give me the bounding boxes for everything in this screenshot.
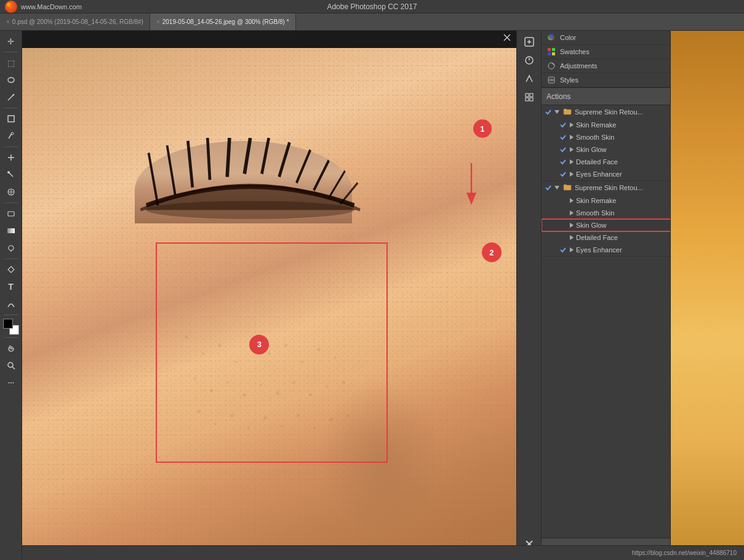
svg-marker-65 xyxy=(466,193,476,205)
eyedropper-tool[interactable] xyxy=(3,128,19,144)
gradient-tool[interactable] xyxy=(3,223,19,239)
tab-psd[interactable]: × 0.psd @ 200% (2019-05-08_14-05-26, RGB… xyxy=(0,14,150,30)
item2-check xyxy=(559,133,567,142)
pen-tool[interactable] xyxy=(3,262,19,278)
toolbar-divider-2 xyxy=(4,108,18,108)
lasso-tool[interactable] xyxy=(3,72,19,88)
svg-rect-14 xyxy=(7,228,15,233)
thumbnail-image xyxy=(671,31,744,545)
foreground-color[interactable] xyxy=(3,319,13,329)
svg-line-18 xyxy=(12,367,15,369)
tab-bar: × 0.psd @ 200% (2019-05-08_14-05-26, RGB… xyxy=(0,14,744,31)
tab-close-2[interactable]: × xyxy=(156,18,160,25)
marquee-tool[interactable]: ⬚ xyxy=(3,55,19,71)
tab-label-1: 0.psd @ 200% (2019-05-08_14-05-26, RGB/8… xyxy=(12,18,143,25)
hand-tool[interactable] xyxy=(3,340,19,356)
svg-rect-83 xyxy=(552,52,555,55)
tab-jpeg[interactable]: × 2019-05-08_14-05-26.jpeg @ 300% (RGB/8… xyxy=(150,14,296,30)
props-btn-3[interactable] xyxy=(521,70,538,87)
marker-3-label: 3 xyxy=(257,340,262,349)
color-label: Color xyxy=(560,34,576,41)
item4-check xyxy=(559,158,567,166)
color-icon xyxy=(546,33,556,42)
clone-tool[interactable] xyxy=(3,184,19,200)
props-panel xyxy=(516,31,541,560)
foreground-background-color[interactable] xyxy=(3,319,19,335)
svg-point-17 xyxy=(8,362,13,367)
svg-point-9 xyxy=(7,171,10,174)
item1-toggle[interactable] xyxy=(567,121,576,129)
eraser-tool[interactable] xyxy=(3,206,19,222)
selection-rectangle xyxy=(156,242,388,463)
toolbar-divider-5 xyxy=(4,258,18,259)
svg-rect-74 xyxy=(530,98,533,101)
toolbar-divider-6 xyxy=(4,314,18,315)
item4-toggle[interactable] xyxy=(567,158,576,166)
status-bar: https://blog.csdn.net/weixin_44886710 xyxy=(0,545,744,560)
props-btn-4[interactable] xyxy=(521,89,538,106)
svg-point-79 xyxy=(549,34,554,39)
menu-bar: www.MacDown.com Adobe Photoshop CC 2017 xyxy=(0,0,744,14)
svg-rect-82 xyxy=(548,52,551,55)
item2-toggle[interactable] xyxy=(567,133,576,142)
heal-tool[interactable] xyxy=(3,150,19,166)
skin-photo: 3 1 2 xyxy=(22,48,516,560)
svg-rect-80 xyxy=(548,48,551,51)
props-btn-2[interactable] xyxy=(521,52,538,69)
canvas-area: 3 1 2 xyxy=(22,31,516,560)
path-tool[interactable] xyxy=(3,296,19,312)
crop-tool[interactable] xyxy=(3,111,19,127)
svg-rect-71 xyxy=(526,94,529,97)
item9-toggle[interactable] xyxy=(567,233,576,242)
item8-toggle[interactable] xyxy=(567,221,576,230)
item5-toggle[interactable] xyxy=(567,170,576,178)
group1-folder-icon xyxy=(563,108,573,116)
type-tool[interactable]: T xyxy=(3,279,19,295)
svg-point-0 xyxy=(8,78,14,82)
app-logo xyxy=(5,1,17,13)
svg-rect-73 xyxy=(526,98,529,101)
swatches-label: Swatches xyxy=(560,48,590,55)
item3-toggle[interactable] xyxy=(567,145,576,154)
item6-toggle[interactable] xyxy=(567,196,576,205)
app-title: Adobe Photoshop CC 2017 xyxy=(327,2,417,11)
toolbar-divider-1 xyxy=(4,52,18,52)
move-tool[interactable]: ✛ xyxy=(3,33,19,49)
group2-folder-icon xyxy=(563,183,573,192)
item7-toggle[interactable] xyxy=(567,209,576,217)
red-arrow xyxy=(456,161,487,210)
item1-check xyxy=(559,121,567,129)
tab-close-1[interactable]: × xyxy=(6,18,10,25)
marker-1-label: 1 xyxy=(480,124,484,134)
group2-toggle[interactable] xyxy=(553,183,561,192)
item10-toggle[interactable] xyxy=(567,246,576,254)
svg-rect-13 xyxy=(8,212,14,216)
canvas-top-bar xyxy=(22,31,516,44)
dodge-tool[interactable] xyxy=(3,240,19,256)
svg-point-15 xyxy=(9,246,14,250)
props-btn-1[interactable] xyxy=(521,33,538,50)
zoom-tool[interactable] xyxy=(3,358,19,374)
actions-title: Actions xyxy=(546,92,570,101)
adjustments-icon xyxy=(546,61,556,71)
wand-tool[interactable] xyxy=(3,89,19,105)
adjustments-label: Adjustments xyxy=(560,62,598,70)
group1-check xyxy=(544,108,553,116)
thumbnail-strip xyxy=(670,31,744,545)
swatches-icon xyxy=(546,47,556,57)
item3-check xyxy=(559,145,567,154)
item10-check xyxy=(559,246,567,254)
marker-2: 2 xyxy=(482,242,502,262)
canvas-background: 3 1 2 xyxy=(22,31,516,560)
brush-tool[interactable] xyxy=(3,167,19,183)
url-label: www.MacDown.com xyxy=(21,3,82,10)
styles-label: Styles xyxy=(560,76,578,84)
toolbar-divider-3 xyxy=(4,146,18,147)
svg-rect-81 xyxy=(552,48,555,51)
more-options[interactable]: ··· xyxy=(3,375,19,391)
toolbar-divider-7 xyxy=(4,337,18,338)
group1-toggle[interactable] xyxy=(553,108,561,116)
canvas-close[interactable] xyxy=(503,33,511,43)
styles-icon xyxy=(546,75,556,85)
group2-check xyxy=(544,183,553,192)
